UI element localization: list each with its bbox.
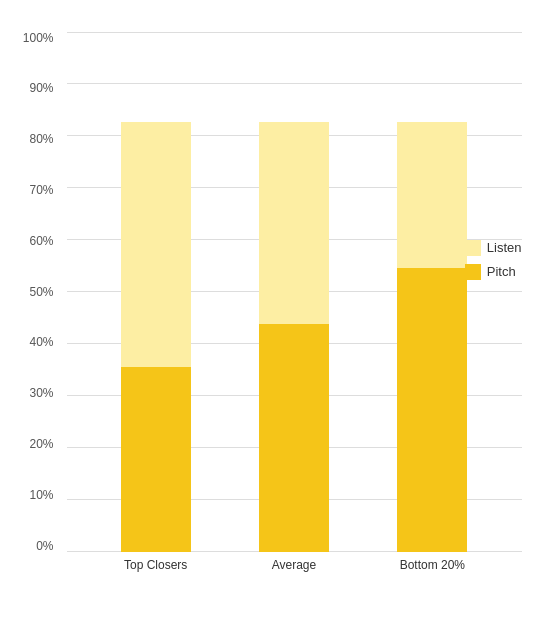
y-label-50: 50% xyxy=(17,286,62,298)
x-label-average: Average xyxy=(254,558,334,572)
y-label-30: 30% xyxy=(17,387,62,399)
bar-listen-bottom-20 xyxy=(397,122,467,268)
bar-group-top-closers xyxy=(116,122,196,552)
y-label-60: 60% xyxy=(17,235,62,247)
legend-label-listen: Listen xyxy=(487,240,522,255)
y-label-70: 70% xyxy=(17,184,62,196)
legend-item-pitch: Pitch xyxy=(465,264,522,280)
bar-listen-top-closers xyxy=(121,122,191,367)
bar-listen-average xyxy=(259,122,329,324)
y-label-10: 10% xyxy=(17,489,62,501)
bar-stack-average xyxy=(259,122,329,552)
legend-swatch-pitch xyxy=(465,264,481,280)
y-label-100: 100% xyxy=(17,32,62,44)
y-label-80: 80% xyxy=(17,133,62,145)
chart-area: 0% 10% 20% 30% 40% 50% 60% 70% 80% 90% 1… xyxy=(67,32,522,552)
x-axis-labels: Top Closers Average Bottom 20% xyxy=(67,558,522,572)
legend: Listen Pitch xyxy=(465,240,522,280)
bar-pitch-average xyxy=(259,324,329,552)
bars-row xyxy=(67,32,522,552)
y-axis: 0% 10% 20% 30% 40% 50% 60% 70% 80% 90% 1… xyxy=(17,32,62,552)
legend-swatch-listen xyxy=(465,240,481,256)
chart-container: 0% 10% 20% 30% 40% 50% 60% 70% 80% 90% 1… xyxy=(12,12,542,612)
legend-item-listen: Listen xyxy=(465,240,522,256)
grid-and-bars: Listen Pitch xyxy=(67,32,522,552)
y-label-40: 40% xyxy=(17,336,62,348)
bar-group-average xyxy=(254,122,334,552)
x-label-top-closers: Top Closers xyxy=(116,558,196,572)
bar-pitch-top-closers xyxy=(121,367,191,552)
bar-group-bottom-20 xyxy=(392,122,472,552)
y-label-0: 0% xyxy=(17,540,62,552)
y-label-90: 90% xyxy=(17,82,62,94)
legend-label-pitch: Pitch xyxy=(487,264,516,279)
bar-stack-bottom-20 xyxy=(397,122,467,552)
x-label-bottom-20: Bottom 20% xyxy=(392,558,472,572)
bar-stack-top-closers xyxy=(121,122,191,552)
y-label-20: 20% xyxy=(17,438,62,450)
bar-pitch-bottom-20 xyxy=(397,268,467,552)
